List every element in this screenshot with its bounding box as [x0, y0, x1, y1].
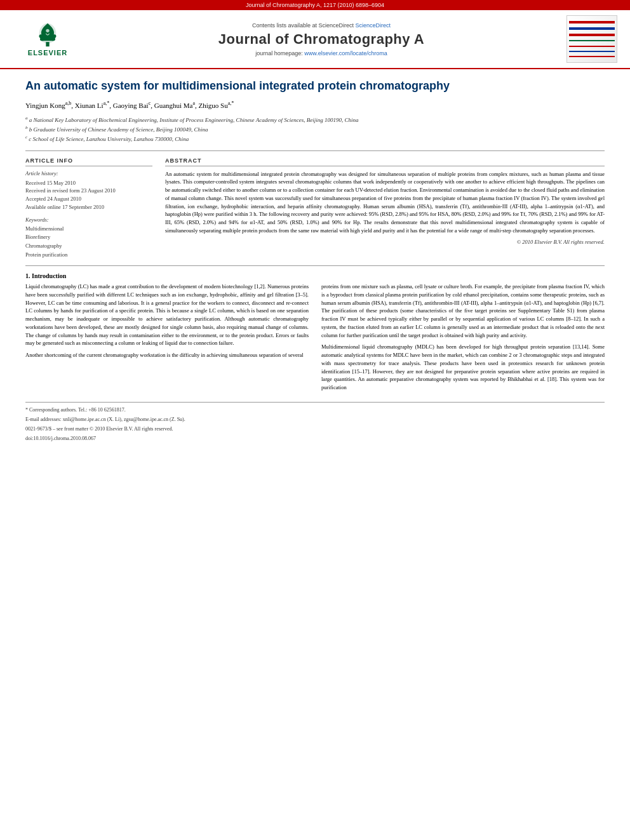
- journal-cover-image: [566, 15, 617, 63]
- affiliation-b: b b Graduate University of Chinese Acade…: [25, 124, 605, 134]
- issn-line: 0021-9673/$ – see front matter © 2010 El…: [25, 425, 605, 433]
- body-two-col: Liquid chromatography (LC) has made a gr…: [25, 283, 605, 396]
- intro-para-1: Liquid chromatography (LC) has made a gr…: [25, 283, 309, 347]
- svg-point-2: [46, 29, 49, 32]
- cover-line-4: [569, 40, 615, 41]
- header-divider: [25, 150, 605, 151]
- keyword-2: Biorefinery: [25, 233, 152, 242]
- intro-para-2: Another shortcoming of the current chrom…: [25, 351, 309, 359]
- copyright-line: © 2010 Elsevier B.V. All rights reserved…: [165, 239, 605, 245]
- article-info-title: ARTICLE INFO: [25, 157, 152, 166]
- abstract-title: ABSTRACT: [165, 157, 605, 166]
- cover-line-3: [569, 34, 615, 36]
- elsevier-logo-area: ELSEVIER: [13, 20, 89, 58]
- journal-homepage-link[interactable]: www.elsevier.com/locate/chroma: [304, 50, 387, 57]
- received-date: Received 15 May 2010: [25, 179, 152, 187]
- section-title-text: Introduction: [32, 272, 66, 279]
- accepted-date: Accepted 24 August 2010: [25, 195, 152, 203]
- intro-para-4: Multidimensional liquid chromatography (…: [321, 343, 605, 392]
- body-col-left: Liquid chromatography (LC) has made a gr…: [25, 283, 309, 396]
- affiliations-block: a a National Key Laboratory of Biochemic…: [25, 115, 605, 144]
- cover-line-5: [569, 46, 615, 47]
- keyword-4: Protein purification: [25, 251, 152, 260]
- cover-line-6: [569, 51, 615, 52]
- email-label: E-mail addresses:: [25, 417, 62, 422]
- sciencedirect-link[interactable]: ScienceDirect: [356, 22, 391, 29]
- elsevier-tree-icon: [32, 22, 64, 48]
- abstract-body-divider: [25, 265, 605, 266]
- cover-line-7: [569, 56, 615, 57]
- cover-line-2: [569, 27, 615, 30]
- intro-para-3: proteins from one mixture such as plasma…: [321, 283, 605, 339]
- journal-header: ELSEVIER Contents lists available at Sci…: [0, 10, 630, 69]
- journal-homepage-line: journal homepage: www.elsevier.com/locat…: [89, 50, 554, 57]
- footnote-area: * Corresponding authors. Tel.: +86 10 62…: [25, 402, 605, 443]
- section-number: 1.: [25, 272, 30, 279]
- elsevier-logo: ELSEVIER: [13, 20, 83, 58]
- affiliation-a: a a National Key Laboratory of Biochemic…: [25, 115, 605, 124]
- body-col-right: proteins from one mixture such as plasma…: [321, 283, 605, 396]
- abstract-column: ABSTRACT An automatic system for multidi…: [165, 157, 605, 259]
- main-content: An automatic system for multidimensional…: [0, 69, 630, 454]
- journal-cover-area: [554, 15, 617, 63]
- doi-line: doi:10.1016/j.chroma.2010.08.067: [25, 435, 605, 443]
- journal-citation-text: Journal of Chromatography A, 1217 (2010)…: [246, 2, 384, 8]
- available-online-date: Available online 17 September 2010: [25, 203, 152, 211]
- article-info-column: ARTICLE INFO Article history: Received 1…: [25, 157, 152, 259]
- history-label: Article history:: [25, 170, 152, 177]
- journal-title-area: Contents lists available at ScienceDirec…: [89, 22, 554, 57]
- authors-line: Yingjun Konga,b, Xiunan Lia,*, Gaoying B…: [25, 100, 605, 110]
- paper-title: An automatic system for multidimensional…: [25, 79, 605, 93]
- keyword-3: Chromatography: [25, 242, 152, 251]
- keyword-1: Multidimensional: [25, 225, 152, 234]
- journal-title: Journal of Chromatography A: [89, 31, 554, 48]
- cover-line-1: [569, 21, 615, 23]
- introduction-heading: 1. Introduction: [25, 272, 605, 279]
- received-revised-date: Received in revised form 23 August 2010: [25, 187, 152, 195]
- abstract-text: An automatic system for multidimensional…: [165, 170, 605, 235]
- corresponding-note: * Corresponding authors. Tel.: +86 10 62…: [25, 406, 605, 414]
- elsevier-brand-text: ELSEVIER: [28, 49, 67, 57]
- email-addresses: xnli@home.ipe.ac.cn (X. Li), zgsu@home.i…: [63, 417, 185, 422]
- affiliation-c: c c School of Life Science, Lanzhou Univ…: [25, 134, 605, 143]
- article-info-abstract-section: ARTICLE INFO Article history: Received 1…: [25, 157, 605, 259]
- keywords-label: Keywords:: [25, 217, 152, 223]
- contents-available-line: Contents lists available at ScienceDirec…: [89, 22, 554, 29]
- journal-citation-bar: Journal of Chromatography A, 1217 (2010)…: [0, 0, 630, 10]
- email-line: E-mail addresses: xnli@home.ipe.ac.cn (X…: [25, 416, 605, 423]
